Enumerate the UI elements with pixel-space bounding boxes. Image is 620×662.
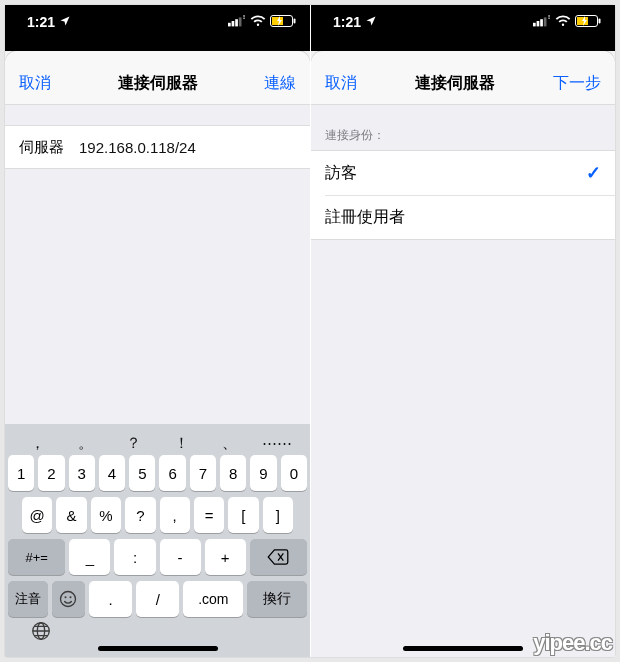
next-button[interactable]: 下一步	[553, 73, 601, 94]
key-dotcom[interactable]: .com	[183, 581, 243, 617]
key-plus[interactable]: +	[205, 539, 246, 575]
server-form-group: 伺服器 192.168.0.118/24	[5, 125, 310, 169]
svg-rect-7	[294, 19, 296, 24]
identity-option-list: 訪客 ✓ 註冊使用者	[311, 150, 615, 240]
cellular-icon: !	[533, 14, 551, 30]
key-percent[interactable]: %	[91, 497, 121, 533]
svg-rect-1	[232, 21, 235, 26]
key-comma[interactable]: ,	[160, 497, 190, 533]
key-6[interactable]: 6	[159, 455, 185, 491]
key-backspace[interactable]	[250, 539, 307, 575]
cellular-icon: !	[228, 14, 246, 30]
keyboard-suggestion-row[interactable]: ， 。 ？ ！ 、 ⋯⋯	[8, 428, 307, 455]
keyboard[interactable]: ， 。 ？ ！ 、 ⋯⋯ 1 2 3 4 5 6 7 8 9 0	[5, 424, 310, 657]
battery-charging-icon	[575, 14, 601, 30]
key-colon[interactable]: :	[114, 539, 155, 575]
key-question[interactable]: ?	[125, 497, 155, 533]
key-slash[interactable]: /	[136, 581, 179, 617]
cancel-button[interactable]: 取消	[325, 73, 357, 94]
key-at[interactable]: @	[22, 497, 52, 533]
watermark: yipee.cc	[533, 630, 612, 656]
key-rbracket[interactable]: ]	[263, 497, 293, 533]
key-return[interactable]: 換行	[247, 581, 307, 617]
status-bar: 1:21 !	[5, 5, 310, 41]
key-minus[interactable]: -	[160, 539, 201, 575]
status-bar: 1:21 !	[311, 5, 615, 41]
key-3[interactable]: 3	[69, 455, 95, 491]
cancel-button[interactable]: 取消	[19, 73, 51, 94]
key-period[interactable]: .	[89, 581, 132, 617]
location-icon	[365, 15, 377, 29]
key-shift-symbols[interactable]: #+=	[8, 539, 65, 575]
punct-key[interactable]: ，	[15, 434, 61, 453]
key-equals[interactable]: =	[194, 497, 224, 533]
svg-point-10	[70, 596, 72, 598]
punct-key[interactable]: 、	[206, 434, 252, 453]
wifi-icon	[250, 14, 266, 30]
svg-rect-15	[540, 19, 543, 26]
punct-key[interactable]: 。	[63, 434, 109, 453]
globe-icon[interactable]	[30, 620, 52, 647]
checkmark-icon: ✓	[586, 162, 601, 184]
server-label: 伺服器	[19, 138, 79, 157]
svg-text:!: !	[243, 15, 245, 20]
identity-option-guest[interactable]: 訪客 ✓	[311, 151, 615, 195]
connect-button[interactable]: 連線	[264, 73, 296, 94]
punct-key[interactable]: ！	[158, 434, 204, 453]
section-header-identity: 連接身份：	[311, 105, 615, 150]
key-7[interactable]: 7	[190, 455, 216, 491]
svg-point-8	[61, 592, 76, 607]
key-1[interactable]: 1	[8, 455, 34, 491]
key-emoji[interactable]	[52, 581, 85, 617]
nav-bar: 取消 連接伺服器 連線	[5, 63, 310, 105]
svg-rect-0	[228, 23, 231, 27]
battery-charging-icon	[270, 14, 296, 30]
status-time: 1:21	[333, 14, 361, 30]
home-indicator[interactable]	[403, 646, 523, 651]
key-2[interactable]: 2	[38, 455, 64, 491]
svg-rect-16	[544, 17, 547, 26]
nav-title: 連接伺服器	[415, 73, 495, 94]
punct-key[interactable]: ？	[111, 434, 157, 453]
nav-title: 連接伺服器	[118, 73, 198, 94]
key-5[interactable]: 5	[129, 455, 155, 491]
option-label: 訪客	[325, 163, 357, 184]
nav-bar: 取消 連接伺服器 下一步	[311, 63, 615, 105]
key-input-mode[interactable]: 注音	[8, 581, 48, 617]
key-8[interactable]: 8	[220, 455, 246, 491]
home-indicator[interactable]	[98, 646, 218, 651]
identity-option-registered[interactable]: 註冊使用者	[325, 195, 615, 239]
punct-key[interactable]: ⋯⋯	[254, 434, 300, 453]
option-label: 註冊使用者	[325, 207, 405, 228]
svg-rect-14	[537, 21, 540, 26]
svg-rect-13	[533, 23, 536, 27]
location-icon	[59, 15, 71, 29]
svg-rect-20	[599, 19, 601, 24]
key-underscore[interactable]: _	[69, 539, 110, 575]
key-0[interactable]: 0	[281, 455, 307, 491]
svg-rect-2	[235, 19, 238, 26]
key-4[interactable]: 4	[99, 455, 125, 491]
key-amp[interactable]: &	[56, 497, 86, 533]
svg-point-9	[65, 596, 67, 598]
key-lbracket[interactable]: [	[228, 497, 258, 533]
svg-text:!: !	[548, 15, 550, 20]
server-input[interactable]: 192.168.0.118/24	[79, 139, 196, 156]
svg-rect-3	[239, 17, 242, 26]
key-9[interactable]: 9	[250, 455, 276, 491]
status-time: 1:21	[27, 14, 55, 30]
wifi-icon	[555, 14, 571, 30]
